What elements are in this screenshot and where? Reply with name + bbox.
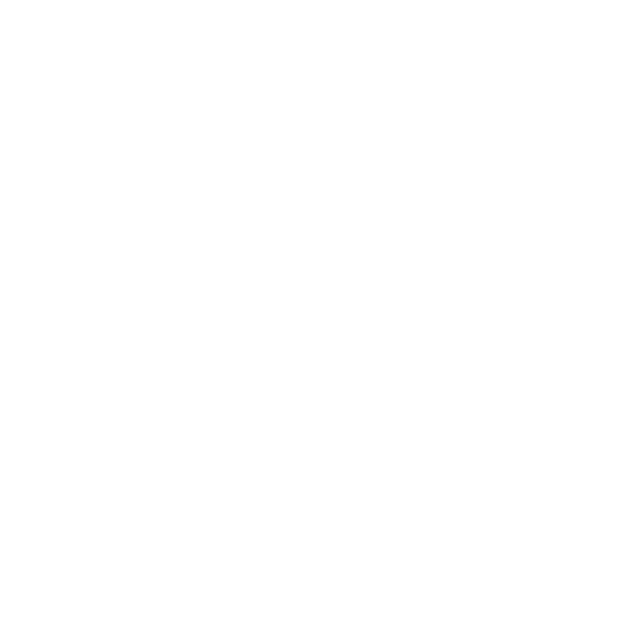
bottleneck-chart [0,0,644,644]
chart-canvas [0,0,644,644]
